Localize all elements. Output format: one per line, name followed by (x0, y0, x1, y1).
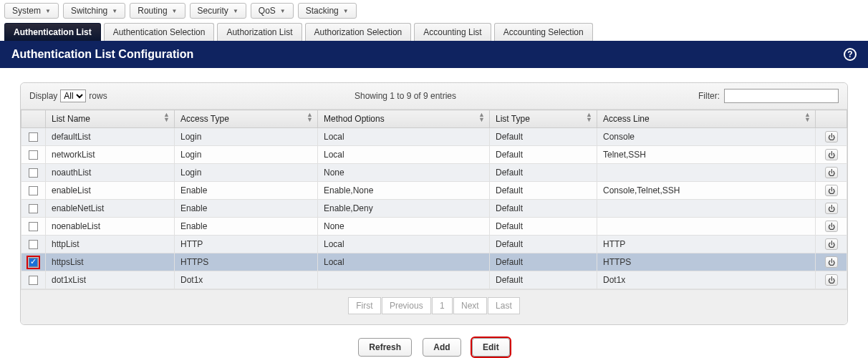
showing-text: Showing 1 to 9 of 9 entries (355, 91, 456, 101)
add-button[interactable]: Add (423, 338, 460, 357)
cell-line: Dot1x (597, 271, 816, 289)
power-icon[interactable]: ⏻ (825, 274, 838, 286)
cell-method: Enable,Deny (318, 200, 490, 218)
pager-page[interactable]: 1 (432, 297, 453, 314)
tab-accounting-list[interactable]: Accounting List (414, 23, 491, 41)
cell-access: Enable (175, 218, 318, 236)
cell-type: Default (490, 200, 597, 218)
power-icon[interactable]: ⏻ (825, 149, 838, 160)
cell-access: HTTP (175, 236, 318, 253)
pager-prev[interactable]: Previous (382, 297, 431, 314)
sort-icon[interactable]: ▲▼ (804, 112, 811, 122)
row-checkbox[interactable] (29, 222, 38, 231)
chevron-down-icon: ▼ (343, 8, 349, 14)
tab-authentication-list[interactable]: Authentication List (4, 23, 101, 41)
cell-method: Enable,None (318, 182, 490, 200)
top-menu-bar: System▼Switching▼Routing▼Security▼QoS▼St… (0, 0, 868, 21)
row-checkbox[interactable] (29, 168, 38, 178)
menu-routing[interactable]: Routing▼ (130, 3, 185, 19)
display-rows-select[interactable]: All (60, 90, 86, 102)
cell-method: None (318, 218, 490, 236)
refresh-button[interactable]: Refresh (358, 338, 412, 357)
menu-label: System (12, 6, 41, 16)
auth-list-table: List Name▲▼ Access Type▲▼ Method Options… (21, 110, 847, 289)
power-icon[interactable]: ⏻ (825, 221, 838, 232)
column-header-method-options[interactable]: Method Options▲▼ (318, 110, 490, 128)
cell-name: httpsList (46, 253, 175, 271)
tab-accounting-selection[interactable]: Accounting Selection (494, 23, 593, 41)
menu-switching[interactable]: Switching▼ (63, 3, 125, 19)
cell-line: HTTP (597, 236, 816, 253)
table-row[interactable]: noenableListEnableNoneDefault⏻ (21, 218, 847, 236)
row-checkbox[interactable] (29, 258, 38, 267)
row-checkbox[interactable] (29, 150, 38, 160)
sort-icon[interactable]: ▲▼ (586, 112, 592, 122)
column-header-access-type[interactable]: Access Type▲▼ (175, 110, 318, 128)
cell-line: Telnet,SSH (597, 146, 816, 164)
cell-method: Local (318, 253, 490, 271)
sort-icon[interactable]: ▲▼ (163, 112, 170, 122)
cell-access: Login (175, 146, 318, 164)
power-icon[interactable]: ⏻ (825, 256, 838, 268)
column-header-select[interactable] (21, 110, 46, 128)
table-row[interactable]: dot1xListDot1xDefaultDot1x⏻ (21, 271, 847, 289)
cell-access: Enable (175, 200, 318, 218)
tab-authorization-list[interactable]: Authorization List (217, 23, 302, 41)
table-row[interactable]: enableListEnableEnable,NoneDefaultConsol… (21, 182, 847, 200)
sort-icon[interactable]: ▲▼ (478, 112, 485, 122)
sort-icon[interactable]: ▲▼ (307, 112, 313, 122)
table-row[interactable]: noauthListLoginNoneDefault⏻ (21, 164, 847, 182)
menu-label: Routing (138, 6, 167, 16)
tab-authorization-selection[interactable]: Authorization Selection (305, 23, 412, 41)
menu-stacking[interactable]: Stacking▼ (298, 3, 357, 19)
table-row[interactable]: httpsListHTTPSLocalDefaultHTTPS⏻ (21, 253, 847, 271)
power-icon[interactable]: ⏻ (825, 203, 838, 214)
filter-input[interactable] (724, 89, 839, 103)
column-header-list-type[interactable]: List Type▲▼ (490, 110, 597, 128)
menu-label: Security (198, 6, 228, 16)
title-bar: Authentication List Configuration ? (0, 41, 868, 68)
row-checkbox[interactable] (29, 132, 38, 142)
power-icon[interactable]: ⏻ (825, 238, 838, 250)
power-icon[interactable]: ⏻ (825, 185, 838, 196)
menu-label: Stacking (306, 6, 339, 16)
cell-access: Login (175, 164, 318, 182)
row-checkbox[interactable] (29, 186, 38, 195)
column-header-access-line[interactable]: Access Line▲▼ (597, 110, 816, 128)
cell-type: Default (490, 236, 597, 253)
row-checkbox[interactable] (29, 204, 38, 213)
menu-system[interactable]: System▼ (4, 3, 59, 19)
chevron-down-icon: ▼ (172, 8, 178, 14)
cell-name: httpList (46, 236, 175, 253)
cell-name: networkList (46, 146, 175, 164)
cell-access: Enable (175, 182, 318, 200)
pager-first[interactable]: First (348, 297, 380, 314)
table-row[interactable]: enableNetListEnableEnable,DenyDefault⏻ (21, 200, 847, 218)
chevron-down-icon: ▼ (280, 8, 286, 14)
pager: First Previous 1 Next Last (21, 289, 847, 324)
menu-qos[interactable]: QoS▼ (251, 3, 294, 19)
power-icon[interactable]: ⏻ (825, 131, 838, 142)
menu-security[interactable]: Security▼ (190, 3, 246, 19)
cell-method: Local (318, 128, 490, 146)
pager-next[interactable]: Next (453, 297, 487, 314)
filter-label: Filter: (698, 91, 720, 101)
cell-type: Default (490, 146, 597, 164)
menu-label: QoS (259, 6, 276, 16)
table-row[interactable]: networkListLoginLocalDefaultTelnet,SSH⏻ (21, 146, 847, 164)
pager-last[interactable]: Last (488, 297, 520, 314)
tab-authentication-selection[interactable]: Authentication Selection (104, 23, 215, 41)
edit-button[interactable]: Edit (472, 338, 510, 357)
cell-line: Console,Telnet,SSH (597, 182, 816, 200)
row-checkbox[interactable] (29, 276, 38, 285)
help-icon[interactable]: ? (844, 48, 857, 61)
table-row[interactable]: httpListHTTPLocalDefaultHTTP⏻ (21, 236, 847, 253)
cell-type: Default (490, 182, 597, 200)
power-icon[interactable]: ⏻ (825, 167, 838, 178)
cell-access: Login (175, 128, 318, 146)
table-row[interactable]: defaultListLoginLocalDefaultConsole⏻ (21, 128, 847, 146)
column-header-list-name[interactable]: List Name▲▼ (46, 110, 175, 128)
row-checkbox[interactable] (29, 240, 38, 249)
chevron-down-icon: ▼ (233, 8, 238, 14)
cell-type: Default (490, 253, 597, 271)
